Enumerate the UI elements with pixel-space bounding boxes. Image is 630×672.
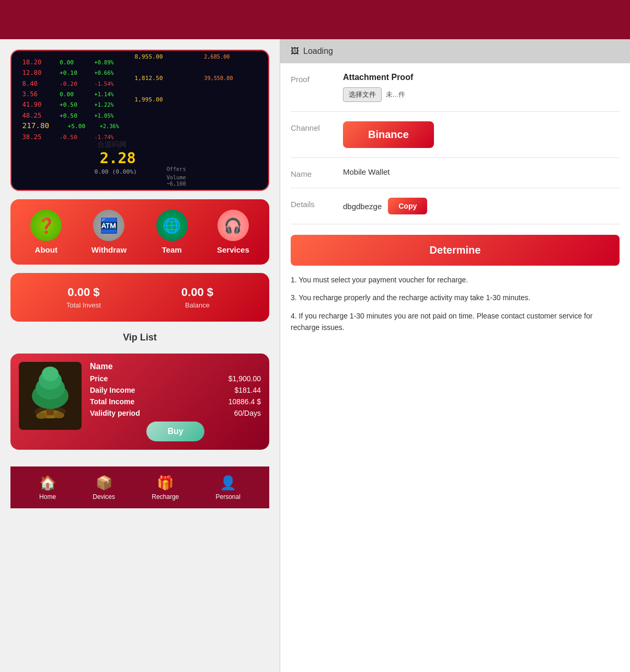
menu-item-team[interactable]: 🌐 Team [156,210,188,254]
tree-svg [21,365,79,427]
svg-text:0.00: 0.00 [60,91,74,98]
name-label: Name [291,167,333,178]
team-icon: 🌐 [156,210,188,241]
svg-point-39 [54,412,64,418]
price-value: $1,900.00 [228,374,261,383]
menu-item-withdraw[interactable]: 🏧 Withdraw [91,210,127,254]
services-label: Services [217,245,249,254]
devices-label: Devices [93,493,115,500]
balance-card: 0.00 $ Total Invest 0.00 $ Balance [10,273,269,322]
stock-card: 18.20 0.00 +0.89% 8,955.00 2,685.00 12.8… [10,50,269,191]
svg-text:-0.50: -0.50 [60,134,77,141]
right-content: Proof Attachment Proof 选择文件 未...件 Channe… [280,63,630,672]
vip-list-heading: Vip List [10,330,269,345]
svg-text:+0.50: +0.50 [60,101,77,108]
about-icon: ❓ [30,210,62,241]
withdraw-label: Withdraw [91,245,127,254]
total-income-label: Total Income [90,397,134,406]
svg-text:3.56: 3.56 [22,90,38,98]
svg-text:217.80: 217.80 [22,121,49,130]
choose-file-button[interactable]: 选择文件 [343,87,382,102]
home-label: Home [39,493,56,500]
svg-text:+1.05%: +1.05% [95,113,114,119]
validity-value: 60/Days [234,409,261,417]
svg-text:2.28: 2.28 [100,149,136,167]
attachment-title: Attachment Proof [343,73,620,82]
svg-text:-0.20: -0.20 [60,81,77,87]
channel-value: Binance [343,121,620,148]
info-text-3: 3. You recharge properly and the recharg… [291,292,620,303]
withdraw-icon: 🏧 [93,210,124,241]
services-icon: 🎧 [217,210,249,241]
svg-text:41.90: 41.90 [22,101,41,108]
determine-button[interactable]: Determine [291,235,620,266]
recharge-icon: 🎁 [157,475,174,491]
svg-text:+0.50: +0.50 [60,112,77,119]
svg-text:Volume: Volume [167,175,186,180]
details-value: dbgdbezge [343,202,382,211]
svg-text:18.20: 18.20 [22,59,41,66]
svg-text:8,955.00: 8,955.00 [134,53,163,60]
info-text-4: 4. If you recharge 1-30 minutes you are … [291,310,620,334]
about-label: About [35,245,58,254]
svg-text:1,995.00: 1,995.00 [134,96,163,103]
vip-image [19,362,82,430]
file-name-display: 未...件 [386,90,405,99]
loading-text: Loading [303,47,333,56]
svg-text:合源码网: 合源码网 [97,140,127,149]
details-value-row: dbgdbezge Copy [343,198,620,214]
bottom-nav: 🏠 Home 📦 Devices 🎁 Recharge 👤 Personal [10,466,269,508]
buy-btn-wrap: Buy [90,422,261,441]
svg-text:-1.54%: -1.54% [95,81,114,87]
vip-price-row: Price $1,900.00 [90,374,261,383]
left-panel: 18.20 0.00 +0.89% 8,955.00 2,685.00 12.8… [0,39,280,672]
loading-icon: 🖼 [291,47,299,56]
svg-text:+2.36%: +2.36% [100,123,119,129]
devices-icon: 📦 [96,475,112,491]
svg-text:+0.10: +0.10 [60,70,77,76]
vip-name-label: Name [90,362,113,371]
top-bar [0,0,630,39]
vip-name-row: Name [90,362,261,371]
vip-details: Name Price $1,900.00 Daily Income $181.4… [90,362,261,441]
details-section: Details dbgdbezge Copy [291,188,620,224]
daily-income-value: $181.44 [234,386,261,394]
loading-header: 🖼 Loading [280,39,630,63]
svg-text:2,685.00: 2,685.00 [204,54,230,60]
nav-devices[interactable]: 📦 Devices [93,475,115,500]
buy-button[interactable]: Buy [146,422,204,441]
svg-text:39,550.00: 39,550.00 [204,75,233,81]
info-text-1: 1. You must select your payment voucher … [291,274,620,286]
vip-card: Name Price $1,900.00 Daily Income $181.4… [10,354,269,450]
details-label: Details [291,198,333,209]
svg-text:+5.00: +5.00 [67,123,85,130]
balance-item: 0.00 $ Balance [181,286,213,309]
svg-text:0.00 (0.00%): 0.00 (0.00%) [95,168,137,175]
vip-validity-row: Validity period 60/Days [90,409,261,417]
proof-label: Proof [291,73,333,84]
svg-text:+0.66%: +0.66% [95,70,114,76]
stock-image: 18.20 0.00 +0.89% 8,955.00 2,685.00 12.8… [12,51,268,190]
name-value-display: Mobile Wallet [343,167,620,177]
menu-item-services[interactable]: 🎧 Services [217,210,249,254]
total-income-value: 10886.4 $ [228,397,261,406]
channel-section: Channel Binance [291,112,620,158]
svg-rect-0 [17,51,263,190]
nav-recharge[interactable]: 🎁 Recharge [152,475,179,500]
total-invest-label: Total Invest [66,301,101,309]
svg-text:-1.74%: -1.74% [95,134,114,140]
copy-button[interactable]: Copy [388,198,427,214]
channel-button[interactable]: Binance [343,121,434,148]
personal-label: Personal [216,493,240,500]
menu-item-about[interactable]: ❓ About [30,210,62,254]
recharge-label: Recharge [152,493,179,500]
svg-point-44 [42,367,59,381]
nav-home[interactable]: 🏠 Home [39,475,56,500]
daily-income-label: Daily Income [90,386,135,394]
proof-section: Proof Attachment Proof 选择文件 未...件 [291,63,620,112]
svg-text:+0.89%: +0.89% [95,60,114,65]
svg-text:12.80: 12.80 [22,69,41,76]
balance-label: Balance [185,301,210,309]
nav-personal[interactable]: 👤 Personal [216,475,240,500]
name-value: Mobile Wallet [343,167,390,176]
